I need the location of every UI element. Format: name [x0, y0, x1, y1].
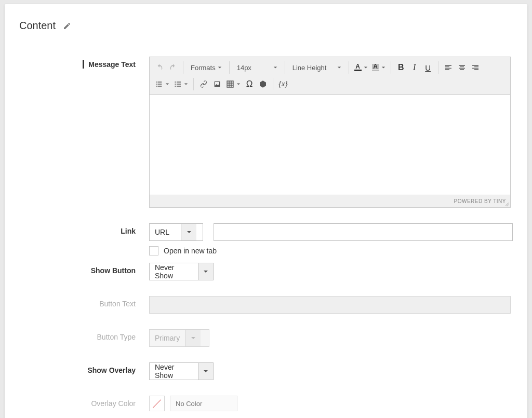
- bullet-list-button[interactable]: [171, 77, 190, 91]
- panel-header: Content: [19, 20, 513, 32]
- chevron-down-icon: [198, 363, 213, 380]
- link-type-select[interactable]: URL: [149, 223, 203, 241]
- formats-dropdown[interactable]: Formats: [187, 60, 226, 75]
- content-panel: Content Message Text Formats: [5, 4, 527, 418]
- message-text-field: Formats 14px Line Height: [149, 57, 513, 208]
- undo-button[interactable]: [153, 60, 166, 75]
- overlay-color-input: [170, 396, 237, 411]
- svg-point-2: [175, 86, 176, 87]
- widget-button[interactable]: [256, 77, 270, 91]
- chevron-down-icon: [198, 263, 213, 280]
- bold-button[interactable]: B: [394, 60, 408, 75]
- panel-title: Content: [19, 20, 56, 32]
- caret-down-icon: [337, 65, 341, 70]
- variable-button[interactable]: {x}: [276, 77, 290, 91]
- button-type-select: Primary: [149, 329, 209, 347]
- link-url-input[interactable]: [214, 223, 513, 241]
- show-button-select[interactable]: Never Show: [149, 263, 214, 280]
- caret-down-icon: [184, 82, 188, 86]
- caret-down-icon: [364, 65, 368, 70]
- image-button[interactable]: [210, 77, 224, 91]
- lineheight-dropdown[interactable]: Line Height: [288, 60, 345, 75]
- show-button-label: Show Button: [19, 263, 149, 275]
- bg-color-button[interactable]: A: [370, 60, 388, 75]
- show-overlay-label: Show Overlay: [19, 362, 149, 374]
- align-left-button[interactable]: [442, 60, 455, 75]
- align-right-button[interactable]: [469, 60, 482, 75]
- italic-button[interactable]: I: [408, 60, 421, 75]
- caret-down-icon: [236, 82, 241, 86]
- button-type-label: Button Type: [19, 329, 149, 341]
- caret-down-icon: [218, 65, 222, 70]
- link-row: Link URL Open in new tab: [19, 223, 513, 255]
- svg-point-0: [175, 82, 176, 83]
- show-button-row: Show Button Never Show: [19, 263, 513, 280]
- link-field: URL Open in new tab: [149, 223, 513, 255]
- button-type-row: Button Type Primary: [19, 329, 513, 347]
- button-text-row: Button Text: [19, 296, 513, 314]
- overlay-color-row: Overlay Color: [19, 396, 513, 411]
- fontsize-dropdown[interactable]: 14px: [233, 60, 282, 75]
- button-text-label: Button Text: [19, 296, 149, 308]
- special-char-button[interactable]: Ω: [243, 77, 256, 91]
- link-button[interactable]: [197, 77, 210, 91]
- open-new-tab-checkbox[interactable]: [149, 246, 158, 255]
- overlay-color-label: Overlay Color: [19, 396, 149, 408]
- underline-button[interactable]: U: [421, 60, 435, 75]
- redo-button[interactable]: [166, 60, 180, 75]
- edit-icon[interactable]: [63, 22, 71, 30]
- numbered-list-button[interactable]: [153, 77, 171, 91]
- align-center-button[interactable]: [455, 60, 469, 75]
- overlay-color-swatch: [149, 396, 165, 411]
- editor-statusbar: POWERED BY TINY: [150, 195, 510, 207]
- resize-handle[interactable]: [504, 201, 509, 206]
- text-color-button[interactable]: A: [352, 60, 370, 75]
- caret-down-icon: [381, 65, 385, 70]
- chevron-down-icon: [185, 330, 201, 346]
- message-text-label: Message Text: [19, 57, 149, 69]
- show-overlay-row: Show Overlay Never Show: [19, 362, 513, 380]
- table-button[interactable]: [224, 77, 243, 91]
- powered-by-label: POWERED BY TINY: [454, 198, 506, 204]
- editor-content-area[interactable]: [150, 95, 510, 195]
- open-new-tab-label: Open in new tab: [164, 247, 217, 255]
- open-new-tab-row[interactable]: Open in new tab: [149, 246, 513, 255]
- svg-point-1: [175, 84, 176, 85]
- rich-text-editor: Formats 14px Line Height: [149, 57, 511, 208]
- chevron-down-icon: [181, 224, 196, 240]
- button-text-input: [149, 296, 511, 314]
- caret-down-icon: [273, 65, 277, 70]
- caret-down-icon: [165, 82, 169, 86]
- message-text-row: Message Text Formats: [19, 57, 513, 208]
- show-overlay-select[interactable]: Never Show: [149, 362, 214, 380]
- editor-toolbar: Formats 14px Line Height: [150, 57, 510, 95]
- link-label: Link: [19, 223, 149, 235]
